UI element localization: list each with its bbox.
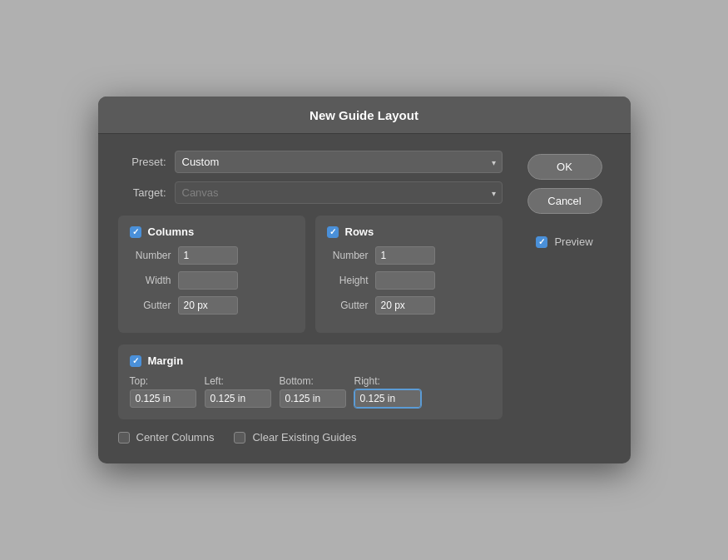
bottom-row: Center Columns Clear Existing Guides <box>118 431 503 444</box>
rows-checkbox[interactable] <box>327 226 339 238</box>
columns-number-label: Number <box>130 250 171 261</box>
margin-bottom-group: Bottom: <box>280 375 346 408</box>
rows-number-row: Number <box>327 246 491 265</box>
preset-label: Preset: <box>118 156 166 168</box>
target-label: Target: <box>118 186 166 199</box>
rows-height-input[interactable] <box>375 271 435 290</box>
center-columns-label[interactable]: Center Columns <box>118 431 215 444</box>
preset-select-wrapper: Custom Default 960 Grid Baseline Grid ▾ <box>175 151 503 173</box>
dialog-title: New Guide Layout <box>310 108 418 122</box>
target-row: Target: Canvas ▾ <box>118 181 503 204</box>
rows-gutter-input[interactable] <box>375 296 435 315</box>
columns-gutter-label: Gutter <box>130 300 171 311</box>
sections-row: Columns Number Width Gutter <box>118 216 503 333</box>
clear-guides-text: Clear Existing Guides <box>252 431 356 444</box>
rows-height-label: Height <box>327 275 369 286</box>
dialog-title-bar: New Guide Layout <box>98 97 631 134</box>
rows-height-row: Height <box>327 271 491 290</box>
margin-header: Margin <box>130 354 491 367</box>
dialog-right: OK Cancel Preview <box>519 151 611 444</box>
margin-top-input[interactable] <box>130 389 196 408</box>
rows-number-label: Number <box>327 250 369 261</box>
target-select[interactable]: Canvas <box>175 181 503 204</box>
columns-width-input[interactable] <box>178 271 238 290</box>
rows-gutter-label: Gutter <box>327 300 369 311</box>
margin-top-label: Top: <box>130 375 149 387</box>
margin-fields: Top: Left: Bottom: Right: <box>130 375 491 408</box>
columns-number-input[interactable] <box>178 246 238 265</box>
preset-select[interactable]: Custom Default 960 Grid Baseline Grid <box>175 151 503 173</box>
margin-left-label: Left: <box>205 375 224 387</box>
columns-width-label: Width <box>130 275 171 286</box>
margin-right-group: Right: <box>354 375 421 408</box>
rows-section: Rows Number Height Gutter <box>315 216 503 333</box>
columns-checkbox[interactable] <box>130 226 141 238</box>
preset-row: Preset: Custom Default 960 Grid Baseline… <box>118 151 503 173</box>
target-select-wrapper: Canvas ▾ <box>175 181 503 204</box>
columns-section: Columns Number Width Gutter <box>118 216 305 333</box>
columns-header: Columns <box>130 225 294 238</box>
margin-section: Margin Top: Left: Bottom: <box>118 344 503 419</box>
rows-number-input[interactable] <box>375 246 435 265</box>
margin-bottom-input[interactable] <box>280 389 346 408</box>
new-guide-layout-dialog: New Guide Layout Preset: Custom Default … <box>98 97 631 463</box>
margin-title: Margin <box>148 354 184 367</box>
margin-left-group: Left: <box>205 375 271 408</box>
columns-gutter-input[interactable] <box>178 296 238 315</box>
center-columns-checkbox[interactable] <box>118 432 130 444</box>
margin-top-group: Top: <box>130 375 196 408</box>
preview-label: Preview <box>554 235 592 248</box>
dialog-body: Preset: Custom Default 960 Grid Baseline… <box>98 134 631 463</box>
ok-button[interactable]: OK <box>527 154 602 180</box>
margin-left-input[interactable] <box>205 389 271 408</box>
columns-width-row: Width <box>130 271 294 290</box>
clear-guides-checkbox[interactable] <box>234 432 245 444</box>
margin-right-label: Right: <box>354 375 380 387</box>
preview-checkbox[interactable] <box>536 236 547 248</box>
margin-checkbox[interactable] <box>130 355 141 367</box>
margin-right-input[interactable] <box>354 389 421 408</box>
preview-row: Preview <box>536 235 592 248</box>
clear-guides-label[interactable]: Clear Existing Guides <box>234 431 356 444</box>
rows-gutter-row: Gutter <box>327 296 491 315</box>
columns-number-row: Number <box>130 246 294 265</box>
columns-title: Columns <box>148 225 195 238</box>
margin-bottom-label: Bottom: <box>280 375 314 387</box>
rows-title: Rows <box>345 225 374 238</box>
dialog-left: Preset: Custom Default 960 Grid Baseline… <box>118 151 503 444</box>
cancel-button[interactable]: Cancel <box>527 188 602 214</box>
columns-gutter-row: Gutter <box>130 296 294 315</box>
center-columns-text: Center Columns <box>136 431 215 444</box>
rows-header: Rows <box>327 225 491 238</box>
